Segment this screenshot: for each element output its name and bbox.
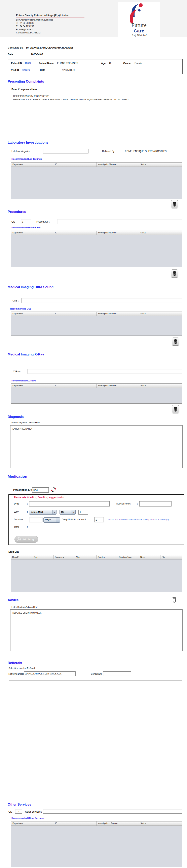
section-title-laboratory: Laboratory Investigations	[8, 141, 48, 145]
procedures-input-label: Procedures :	[36, 220, 50, 223]
prescription-form-page: Future Care by Future Holdings (Pty) Lim…	[0, 0, 187, 868]
prescription-refresh-button[interactable]	[50, 487, 57, 493]
procedures-col-status[interactable]: Status	[139, 231, 182, 235]
way-qty-input[interactable]	[78, 510, 88, 515]
xray-table-body[interactable]	[11, 388, 182, 403]
visit-id-label: Visit ID	[11, 69, 19, 71]
logo-care-re: re	[140, 28, 144, 33]
drug-input[interactable]	[29, 501, 110, 506]
referring-doctor-label: Reffering Doctor	[8, 673, 25, 675]
company-info: Future Care by Future Holdings (Pty) Lim…	[16, 14, 84, 34]
procedures-table-body[interactable]	[11, 235, 182, 267]
lab-col-id[interactable]: ID	[54, 162, 97, 166]
consult-date-label: Date	[8, 53, 29, 56]
xray-col-department[interactable]: Department	[11, 384, 54, 388]
other-services-input[interactable]	[43, 809, 182, 814]
gender-label: Gender :	[123, 62, 133, 65]
xray-table-header: Department ID Investigation/Service Stat…	[11, 384, 182, 388]
drug-col-duration[interactable]: Duration	[97, 555, 118, 559]
patient-name-value: ELIANE TSIRAONY	[57, 62, 78, 65]
other-col-service[interactable]: Investigation / Service	[97, 822, 139, 826]
per-meal-input[interactable]	[94, 517, 104, 522]
uss-input[interactable]	[22, 298, 182, 303]
uss-col-service[interactable]: Investigation/Service	[97, 312, 139, 316]
age-value: 42	[109, 62, 111, 65]
procedures-col-id[interactable]: ID	[54, 231, 97, 235]
uss-col-id[interactable]: ID	[54, 312, 97, 316]
other-col-department[interactable]: Department	[11, 822, 54, 826]
drug-col-note[interactable]: Note	[139, 555, 160, 559]
company-address: Le Chainter,Victoria,Mahe,Seychelles	[16, 18, 84, 21]
lab-col-service[interactable]: Investigation/Service	[97, 162, 139, 166]
procedures-input[interactable]	[57, 219, 182, 224]
drug-col-duration-type[interactable]: Duration Type	[118, 555, 139, 559]
lab-referred-by-label: Reffered By :	[102, 150, 116, 153]
procedures-col-service[interactable]: Investigation/Service	[97, 231, 139, 235]
lab-table-header: Department ID Investigation/Service Stat…	[11, 162, 182, 167]
xray-delete-button[interactable]	[172, 405, 179, 413]
complaints-label: Enter Complaints Here	[11, 88, 37, 91]
consultant-label: Consultant	[91, 673, 102, 675]
xray-col-service[interactable]: Investigation/Service	[97, 384, 139, 388]
uss-table-body[interactable]	[11, 316, 182, 336]
other-services-table: Department ID Investigation / Service St…	[11, 821, 182, 867]
patient-id-value: 10087	[25, 62, 31, 65]
drug-col-drug[interactable]: Drug	[32, 555, 54, 559]
prescription-id-input[interactable]	[32, 487, 49, 493]
lab-col-status[interactable]: Status	[139, 162, 182, 166]
other-qty-input[interactable]	[15, 809, 22, 814]
lab-table-body[interactable]	[11, 167, 182, 199]
complaints-textarea[interactable]: URINE PREGNANCY TEST POSITIVE GYNAE USS …	[11, 93, 182, 112]
section-title-medication: Medication	[8, 474, 27, 479]
drug-col-id[interactable]: Drug ID	[11, 555, 32, 559]
duration-type-select[interactable]: Day/s ▼	[43, 517, 60, 523]
advice-textarea[interactable]: REPETED USS IN TWO WEEK	[10, 610, 183, 651]
xray-col-status[interactable]: Status	[139, 384, 182, 388]
drug-col-frequency[interactable]: Fequency	[54, 555, 75, 559]
uss-col-status[interactable]: Status	[139, 312, 182, 316]
logo-tagline: Body Mind Soul	[118, 34, 160, 37]
xray-table: Department ID Investigation/Service Stat…	[11, 383, 182, 404]
trash-outline-icon	[172, 597, 177, 603]
section-title-uss: Medical Imaging Ultra Sound	[8, 285, 53, 289]
total-colon: :	[27, 526, 28, 528]
recommended-uss-label: Recommended USS	[10, 308, 31, 310]
heart-icon: ♥	[138, 30, 139, 32]
xray-col-id[interactable]: ID	[54, 384, 97, 388]
patient-name-label: Patient Name :	[39, 62, 55, 65]
diagnosis-textarea[interactable]: EARLY PREGNANCY	[10, 425, 183, 468]
add-drug-button[interactable]: Add Drug	[14, 536, 38, 543]
procedures-delete-button[interactable]	[171, 270, 178, 278]
duration-input[interactable]	[29, 517, 42, 522]
special-notes-input[interactable]	[139, 501, 172, 506]
drug-col-way[interactable]: Way	[75, 555, 96, 559]
duration-type-value: Day/s	[44, 518, 56, 522]
uss-delete-button[interactable]	[172, 338, 179, 346]
other-services-body[interactable]	[11, 826, 182, 867]
lab-delete-button[interactable]	[171, 200, 178, 208]
drug-delete-button[interactable]	[171, 596, 177, 603]
drug-list-body[interactable]	[11, 559, 182, 592]
uss-table: Department ID Investigation/Service Stat…	[11, 312, 182, 336]
other-col-id[interactable]: ID	[54, 822, 97, 826]
lab-col-department[interactable]: Department	[11, 162, 54, 166]
lab-investigation-input[interactable]	[43, 149, 88, 153]
xray-input[interactable]	[28, 369, 182, 374]
other-col-status[interactable]: Status	[139, 822, 182, 826]
referring-doctor-input[interactable]	[24, 672, 76, 676]
way-select-value: Before Meal	[29, 510, 52, 514]
consultant-input[interactable]	[103, 672, 131, 676]
section-title-xray: Medical Imaging X-Ray	[8, 352, 44, 356]
frequency-select[interactable]: OD ▼	[60, 510, 76, 515]
uss-col-department[interactable]: Department	[11, 312, 54, 316]
way-select[interactable]: Before Meal ▼	[29, 510, 57, 515]
procedures-col-department[interactable]: Department	[11, 231, 54, 235]
referral-list-box[interactable]	[9, 680, 182, 796]
referrals-subtitle: Select the needed Refferal	[8, 667, 35, 670]
per-meal-label: Drugs/Tablets per meal :	[62, 518, 87, 521]
drug-col-qty[interactable]: Qty	[160, 555, 182, 559]
fraction-note: Please add as decimal numbers when addin…	[108, 518, 183, 521]
procedures-qty-input[interactable]	[21, 219, 31, 224]
total-label: Total	[14, 526, 19, 528]
logo-swoosh-icon	[128, 3, 150, 23]
